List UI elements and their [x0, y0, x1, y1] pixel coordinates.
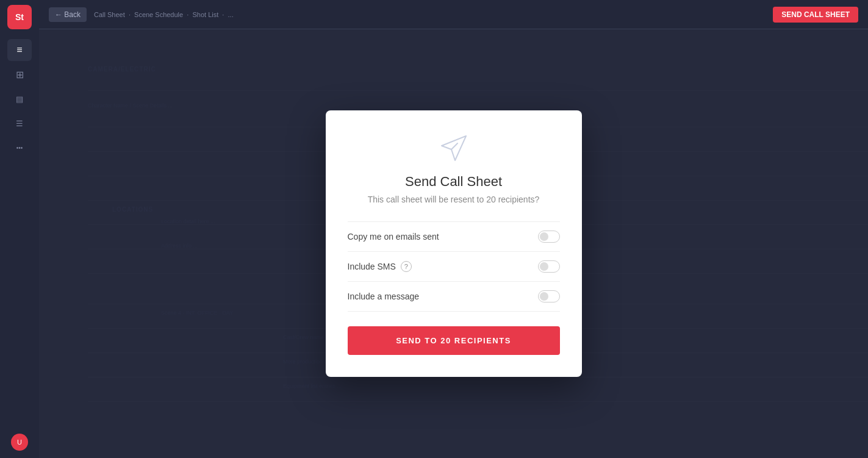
toggle-knob-sms [540, 262, 548, 271]
paper-plane-icon [438, 132, 470, 164]
main-area: CAMERA/ELECTRIC Character Name / Scene D… [39, 29, 868, 458]
help-icon-sms[interactable]: ? [401, 261, 412, 272]
grid-icon: ⊞ [16, 69, 24, 81]
copy-me-label-text: Copy me on emails sent [348, 232, 439, 242]
modal-options: Copy me on emails sent Include SMS ? [348, 221, 560, 312]
include-message-label-text: Include a message [348, 292, 420, 301]
app-background: St ≡ ⊞ ▤ ☰ ••• U ← Back Call Sheet · Sce… [0, 0, 868, 458]
top-bar: ← Back Call Sheet · Scene Schedule · Sho… [39, 0, 868, 29]
option-row-copy-me: Copy me on emails sent [348, 222, 560, 252]
avatar-icon: U [11, 434, 28, 451]
modal-subtitle: This call sheet will be resent to 20 rec… [348, 195, 560, 204]
dots-icon: ••• [16, 145, 23, 151]
toggle-include-sms[interactable] [538, 260, 560, 273]
option-row-include-sms: Include SMS ? [348, 252, 560, 282]
toggle-include-message[interactable] [538, 290, 560, 302]
modal-icon-area [348, 132, 560, 164]
menu-icon: ≡ [16, 45, 22, 55]
option-row-include-message: Include a message [348, 282, 560, 312]
nav-text: Call Sheet · Scene Schedule · Shot List … [94, 11, 234, 18]
send-callsheet-button[interactable]: SEND CALL SHEET [773, 7, 858, 23]
breadcrumb-nav: Call Sheet · Scene Schedule · Shot List … [94, 11, 766, 18]
include-sms-label-text: Include SMS [348, 262, 396, 271]
modal-overlay: Send Call Sheet This call sheet will be … [39, 29, 868, 458]
app-content: ← Back Call Sheet · Scene Schedule · Sho… [39, 0, 868, 458]
sidebar-item-dots[interactable]: ••• [7, 137, 32, 159]
toggle-copy-me[interactable] [538, 231, 560, 243]
sidebar-item-layout[interactable]: ▤ [7, 88, 32, 110]
option-label-include-message: Include a message [348, 292, 420, 301]
send-callsheet-modal: Send Call Sheet This call sheet will be … [326, 110, 582, 377]
app-logo[interactable]: St [7, 5, 32, 29]
back-button[interactable]: ← Back [49, 7, 87, 22]
sidebar-item-avatar[interactable]: U [7, 431, 32, 453]
list-icon: ☰ [16, 119, 23, 128]
layout-icon: ▤ [16, 95, 23, 104]
toggle-knob-message [540, 292, 548, 301]
toggle-knob-copy-me [540, 232, 548, 241]
sidebar-item-menu[interactable]: ≡ [7, 39, 32, 61]
modal-title: Send Call Sheet [348, 174, 560, 190]
sidebar-item-grid[interactable]: ⊞ [7, 63, 32, 85]
sidebar-item-list[interactable]: ☰ [7, 112, 32, 134]
send-recipients-button[interactable]: SEND TO 20 RECIPIENTS [348, 326, 560, 355]
sidebar: St ≡ ⊞ ▤ ☰ ••• U [0, 0, 39, 458]
option-label-copy-me: Copy me on emails sent [348, 232, 439, 242]
option-label-include-sms: Include SMS ? [348, 261, 412, 272]
sidebar-bottom: U [7, 431, 32, 453]
